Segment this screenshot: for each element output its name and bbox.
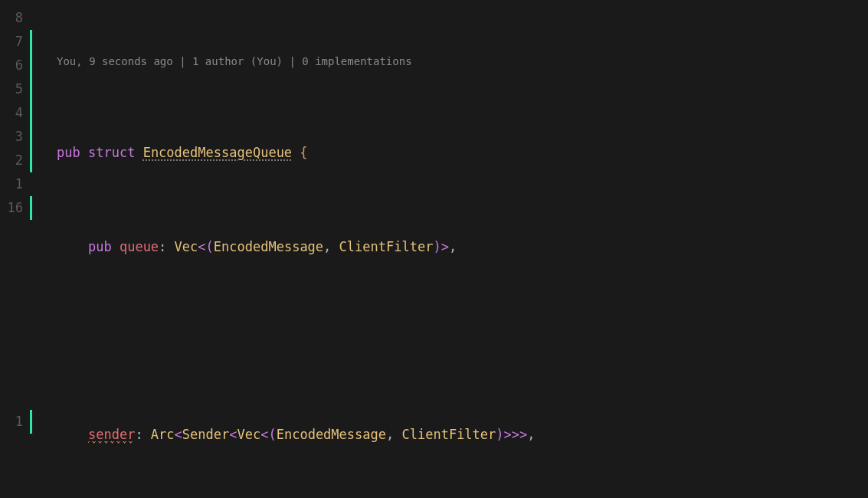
codelens[interactable]: You, 9 seconds ago | 1 author (You) | 0 … <box>57 53 868 70</box>
marker <box>30 220 32 244</box>
angle-open: <( <box>198 239 213 254</box>
comma: , <box>527 427 535 442</box>
code-editor[interactable]: 8 7 6 5 4 3 2 1 16 1 <box>0 0 868 498</box>
keyword-pub: pub <box>57 145 80 160</box>
type-name: EncodedMessageQueue <box>143 145 292 160</box>
comma: , <box>386 427 401 442</box>
paren: ) <box>496 427 503 442</box>
line-number: 7 <box>0 30 29 54</box>
marker-added <box>30 196 32 220</box>
line-number: 6 <box>0 54 29 77</box>
keyword-pub: pub <box>88 239 112 254</box>
code-line[interactable]: pub struct EncodedMessageQueue { <box>57 141 868 165</box>
line-number <box>0 362 29 386</box>
type: ClientFilter <box>401 427 496 442</box>
marker-added <box>30 125 32 149</box>
line-number: 1 <box>0 410 29 434</box>
type: ClientFilter <box>339 239 434 254</box>
marker <box>30 386 32 410</box>
colon: : <box>159 239 174 254</box>
field-name: sender <box>88 427 135 444</box>
angle: < <box>229 427 237 442</box>
field-name: queue <box>120 239 159 254</box>
line-number: 2 <box>0 149 29 172</box>
marker <box>30 6 32 30</box>
type: EncodedMessage <box>214 239 323 254</box>
type: Vec <box>175 239 198 254</box>
type: Sender <box>182 427 229 442</box>
marker <box>30 244 32 267</box>
type: Arc <box>151 427 175 442</box>
keyword-struct: struct <box>88 145 135 160</box>
line-number: 3 <box>0 125 29 149</box>
brace: { <box>300 145 307 160</box>
line-number <box>0 244 29 267</box>
marker-added <box>30 410 32 434</box>
line-number: 4 <box>0 101 29 125</box>
comma: , <box>323 239 339 254</box>
marker <box>30 172 32 196</box>
line-number <box>0 339 29 362</box>
colon: : <box>135 427 150 442</box>
marker <box>30 362 32 386</box>
line-number: 16 <box>0 196 29 220</box>
code-line[interactable]: pub queue: Vec<(EncodedMessage, ClientFi… <box>57 235 868 259</box>
comma: , <box>449 239 457 254</box>
angle-close: )> <box>433 239 448 254</box>
marker-added <box>30 30 32 54</box>
marker-added <box>30 77 32 101</box>
code-line[interactable]: sender: Arc<Sender<Vec<(EncodedMessage, … <box>57 423 868 447</box>
type: Vec <box>237 427 261 442</box>
angle-close: >>> <box>504 427 528 442</box>
line-number <box>0 220 29 244</box>
marker-added <box>30 101 32 125</box>
line-number: 8 <box>0 6 29 30</box>
marker <box>30 315 32 339</box>
line-number: 5 <box>0 77 29 101</box>
line-number <box>0 315 29 339</box>
line-number-gutter: 8 7 6 5 4 3 2 1 16 1 <box>0 0 29 498</box>
line-number <box>0 291 29 315</box>
angle: < <box>175 427 182 442</box>
code-area[interactable]: You, 9 seconds ago | 1 author (You) | 0 … <box>34 0 868 498</box>
code-line[interactable] <box>57 329 868 353</box>
marker-added <box>30 149 32 172</box>
line-number <box>0 267 29 291</box>
marker <box>30 291 32 315</box>
marker-added <box>30 54 32 77</box>
marker <box>30 267 32 291</box>
marker <box>30 339 32 362</box>
line-number: 1 <box>0 172 29 196</box>
line-number <box>0 386 29 410</box>
type: EncodedMessage <box>277 427 386 442</box>
angle-open: <( <box>260 427 276 442</box>
